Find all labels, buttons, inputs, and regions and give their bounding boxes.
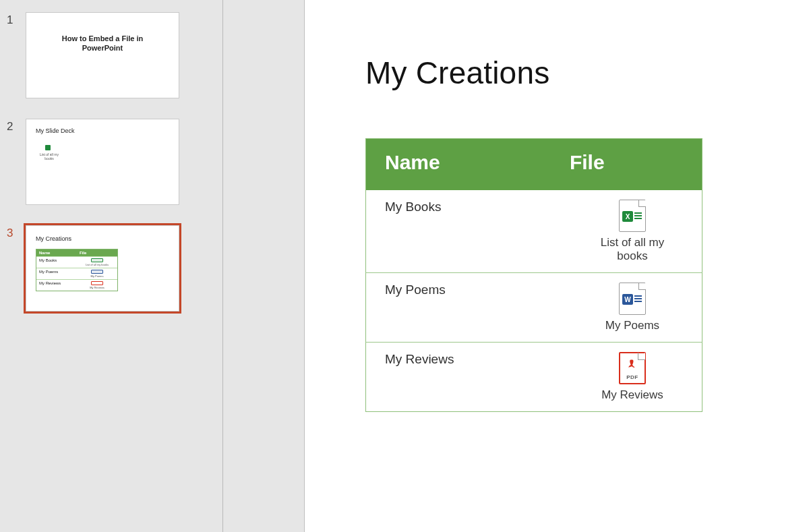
file-caption: List of all my books bbox=[601, 236, 664, 263]
thumbnail-title: My Creations bbox=[36, 235, 71, 242]
slide-thumbnail-row[interactable]: 1 How to Embed a File in PowerPoint bbox=[7, 12, 216, 98]
slide-thumbnail-1[interactable]: How to Embed a File in PowerPoint bbox=[26, 12, 179, 98]
powerpoint-editor: 1 How to Embed a File in PowerPoint 2 My… bbox=[0, 0, 809, 532]
embedded-file-object[interactable]: PDF My Reviews bbox=[570, 352, 695, 402]
creations-table[interactable]: Name File My Books X bbox=[365, 138, 702, 412]
table-row[interactable]: My Books X List of all my books bbox=[366, 190, 702, 273]
pdf-file-icon: PDF bbox=[619, 352, 646, 384]
row-name[interactable]: My Reviews bbox=[366, 343, 551, 412]
slide-thumbnail-3[interactable]: My Creations Name File My Books List of … bbox=[26, 225, 179, 312]
word-badge: W bbox=[622, 294, 633, 305]
file-caption: My Reviews bbox=[601, 388, 663, 402]
thumbnail-table: Name File My Books List of all my books … bbox=[36, 249, 118, 291]
slide-number: 1 bbox=[7, 12, 26, 27]
table-row[interactable]: My Poems W My Poems bbox=[366, 273, 702, 343]
slide-title[interactable]: My Creations bbox=[365, 55, 809, 91]
slide-canvas[interactable]: My Creations Name File My Books bbox=[304, 0, 809, 532]
thumbnail-caption: List of all my books bbox=[36, 153, 63, 160]
pdf-badge: PDF bbox=[620, 374, 645, 380]
embedded-file-object[interactable]: W My Poems bbox=[570, 283, 695, 332]
table-header-file: File bbox=[551, 139, 702, 191]
row-file-cell[interactable]: X List of all my books bbox=[551, 190, 702, 273]
excel-file-icon: X bbox=[619, 200, 646, 232]
embedded-file-object[interactable]: X List of all my books bbox=[570, 200, 695, 263]
excel-badge: X bbox=[622, 211, 633, 222]
slide-editor[interactable]: My Creations Name File My Books bbox=[223, 0, 809, 532]
row-name[interactable]: My Books bbox=[366, 190, 551, 273]
word-file-icon: W bbox=[619, 283, 646, 315]
table-row[interactable]: My Reviews PDF My Reviews bbox=[366, 343, 702, 412]
row-file-cell[interactable]: W My Poems bbox=[551, 273, 702, 343]
slide-number: 3 bbox=[7, 225, 26, 240]
file-caption: My Poems bbox=[605, 319, 659, 332]
table-header-name: Name bbox=[366, 139, 551, 191]
slide-thumbnail-panel: 1 How to Embed a File in PowerPoint 2 My… bbox=[0, 0, 222, 532]
adobe-pdf-glyph-icon bbox=[626, 359, 638, 371]
row-file-cell[interactable]: PDF My Reviews bbox=[551, 343, 702, 412]
thumbnail-title: How to Embed a File in PowerPoint bbox=[26, 34, 179, 53]
thumbnail-title: My Slide Deck bbox=[36, 127, 75, 134]
slide-thumbnail-row[interactable]: 2 My Slide Deck List of all my books bbox=[7, 119, 216, 205]
slide-number: 2 bbox=[7, 119, 26, 134]
row-name[interactable]: My Poems bbox=[366, 273, 551, 343]
excel-file-icon bbox=[45, 145, 51, 150]
slide-thumbnail-2[interactable]: My Slide Deck List of all my books bbox=[26, 119, 179, 205]
slide-thumbnail-row[interactable]: 3 My Creations Name File My Books List o… bbox=[7, 225, 216, 312]
